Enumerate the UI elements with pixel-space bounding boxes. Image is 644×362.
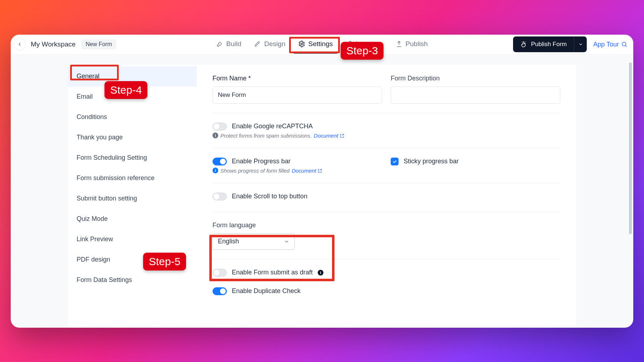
sidebar-item-pdf[interactable]: PDF design bbox=[68, 249, 197, 270]
svg-point-1 bbox=[622, 42, 626, 46]
app-tour-label: App Tour bbox=[593, 41, 619, 48]
tab-label: Build bbox=[226, 40, 241, 48]
scrolltop-toggle[interactable] bbox=[213, 193, 227, 200]
row-progress: Enable Progress bar i Shows progress of … bbox=[213, 158, 560, 183]
row-draft: Enable Form submit as draft i bbox=[213, 269, 560, 279]
sticky-progress-checkbox[interactable] bbox=[391, 158, 399, 165]
tab-label: Publish bbox=[405, 40, 428, 48]
scrolltop-label: Enable Scroll to top button bbox=[232, 193, 307, 200]
tab-build[interactable]: Build bbox=[213, 35, 244, 54]
tab-label: Integrate bbox=[356, 40, 382, 48]
progress-hint: i Shows progress of form filled Document bbox=[213, 168, 382, 174]
sidebar-item-link-preview[interactable]: Link Preview bbox=[68, 229, 197, 249]
tab-integrate[interactable]: Integrate bbox=[343, 35, 385, 54]
row-duplicate: Enable Duplicate Check bbox=[213, 287, 560, 297]
brush-icon bbox=[254, 40, 262, 48]
progress-doc-link[interactable]: Document bbox=[292, 168, 322, 174]
tab-label: Settings bbox=[308, 40, 333, 48]
form-desc-label: Form Description bbox=[391, 75, 560, 82]
scrollbar[interactable] bbox=[629, 63, 632, 234]
recaptcha-hint: i Protect forms from spam submissions. D… bbox=[213, 133, 560, 139]
info-icon[interactable]: i bbox=[318, 270, 323, 276]
recaptcha-toggle[interactable] bbox=[213, 123, 227, 130]
svg-point-0 bbox=[301, 43, 303, 45]
search-icon bbox=[621, 41, 628, 48]
form-name-input[interactable] bbox=[213, 86, 382, 104]
chevron-down-icon bbox=[284, 239, 289, 244]
body: General Email Conditions Thank you page … bbox=[11, 55, 633, 328]
sidebar-item-quiz[interactable]: Quiz Mode bbox=[68, 209, 197, 229]
recaptcha-doc-link[interactable]: Document bbox=[314, 133, 344, 139]
sidebar-item-email[interactable]: Email bbox=[68, 86, 197, 107]
language-select[interactable]: English bbox=[213, 233, 295, 250]
publish-button[interactable]: Publish Form bbox=[513, 36, 574, 52]
form-title-pill[interactable]: New Form bbox=[81, 39, 116, 49]
language-label: Form language bbox=[213, 222, 560, 229]
back-button[interactable] bbox=[14, 38, 26, 50]
tab-settings[interactable]: Settings bbox=[296, 35, 336, 54]
recaptcha-label: Enable Google reCAPTCHA bbox=[232, 123, 313, 130]
publish-label: Publish Form bbox=[531, 41, 567, 48]
row-name-desc: Form Name * Form Description bbox=[213, 75, 560, 113]
language-value: English bbox=[218, 238, 239, 245]
sidebar-item-submission-ref[interactable]: Form submission reference bbox=[68, 168, 197, 188]
row-scrolltop: Enable Scroll to top button bbox=[213, 193, 560, 212]
duplicate-label: Enable Duplicate Check bbox=[232, 287, 301, 295]
check-icon bbox=[392, 159, 397, 164]
publish-dropdown[interactable] bbox=[574, 36, 587, 52]
sidebar-item-data[interactable]: Form Data Settings bbox=[68, 270, 197, 290]
settings-sidebar: General Email Conditions Thank you page … bbox=[68, 65, 197, 328]
chevron-down-icon bbox=[578, 42, 583, 47]
link-icon bbox=[346, 40, 353, 48]
draft-toggle[interactable] bbox=[213, 269, 227, 277]
duplicate-toggle[interactable] bbox=[213, 287, 227, 295]
sidebar-item-submit-button[interactable]: Submit button setting bbox=[68, 188, 197, 209]
tab-label: Design bbox=[264, 40, 286, 48]
progress-label: Enable Progress bar bbox=[232, 158, 291, 165]
external-link-icon bbox=[318, 169, 322, 173]
arrow-left-icon bbox=[17, 41, 23, 47]
sidebar-item-general[interactable]: General bbox=[68, 66, 197, 86]
topbar-right: Publish Form App Tour bbox=[513, 36, 630, 52]
tab-design[interactable]: Design bbox=[252, 35, 288, 54]
publish-group: Publish Form bbox=[513, 36, 587, 52]
upload-icon bbox=[395, 40, 402, 48]
info-icon: i bbox=[213, 133, 218, 138]
app-tour-link[interactable]: App Tour bbox=[593, 41, 628, 48]
info-icon: i bbox=[213, 168, 218, 173]
row-language: Form language English bbox=[213, 222, 560, 259]
settings-main: Form Name * Form Description Enable Goog… bbox=[197, 65, 576, 328]
progress-toggle[interactable] bbox=[213, 158, 227, 165]
sidebar-item-conditions[interactable]: Conditions bbox=[68, 107, 197, 127]
workspace-link[interactable]: My Workspace bbox=[31, 40, 75, 48]
sidebar-item-scheduling[interactable]: Form Scheduling Setting bbox=[68, 148, 197, 168]
settings-icon bbox=[298, 40, 306, 48]
editor-tabs: Build Design Settings Integrate Publish bbox=[213, 35, 430, 54]
hand-click-icon bbox=[520, 41, 527, 48]
app-window: My Workspace New Form Build Design Setti… bbox=[11, 35, 633, 328]
form-desc-input[interactable] bbox=[391, 86, 560, 104]
topbar: My Workspace New Form Build Design Setti… bbox=[11, 35, 633, 55]
sidebar-item-thankyou[interactable]: Thank you page bbox=[68, 127, 197, 148]
draft-label: Enable Form submit as draft bbox=[232, 269, 313, 276]
wrench-icon bbox=[216, 40, 223, 48]
sticky-progress-label: Sticky progress bar bbox=[404, 158, 459, 165]
row-recaptcha: Enable Google reCAPTCHA i Protect forms … bbox=[213, 123, 560, 148]
tab-publish[interactable]: Publish bbox=[392, 35, 430, 54]
external-link-icon bbox=[340, 134, 344, 138]
form-name-label: Form Name * bbox=[213, 75, 382, 82]
